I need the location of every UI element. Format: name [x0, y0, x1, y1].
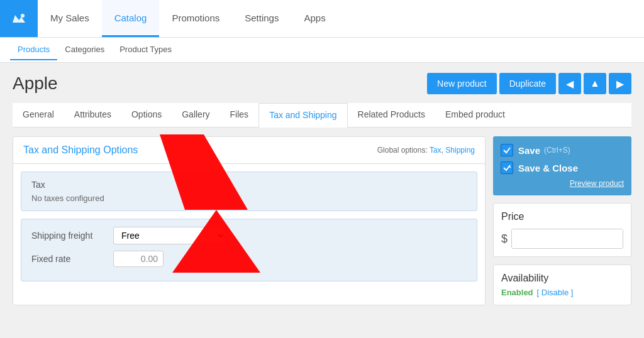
panel-title: Tax and Shipping Options: [23, 144, 138, 156]
page-title: Apple: [13, 74, 58, 94]
left-panel: Tax and Shipping Options Global options:…: [13, 136, 486, 305]
page-header: Apple New product Duplicate ◀ ▲ ▶: [13, 73, 631, 94]
right-arrow-icon: ▶: [616, 78, 624, 90]
tax-title: Tax: [31, 180, 467, 190]
sub-nav-item-products[interactable]: Products: [10, 40, 57, 60]
product-tabs: General Attributes Options Gallery Files…: [13, 103, 631, 128]
currency-symbol: $: [501, 232, 508, 246]
sub-navigation: Products Categories Product Types: [0, 38, 644, 63]
tab-tax-shipping[interactable]: Tax and Shipping: [258, 103, 347, 128]
tab-attributes[interactable]: Attributes: [64, 103, 121, 127]
global-tax-link[interactable]: Tax: [430, 146, 441, 155]
tab-options[interactable]: Options: [121, 103, 172, 127]
nav-item-apps[interactable]: Apps: [291, 0, 338, 37]
tab-related-products[interactable]: Related Products: [348, 103, 435, 127]
top-navigation: My Sales Catalog Promotions Settings App…: [0, 0, 644, 38]
shipping-freight-label: Shipping freight: [31, 231, 113, 241]
global-options: Global options: Tax, Shipping: [377, 146, 475, 155]
shipping-freight-select[interactable]: Free Fixed Calculated: [113, 227, 226, 244]
sub-nav-item-product-types[interactable]: Product Types: [112, 40, 179, 60]
fixed-rate-label: Fixed rate: [31, 254, 113, 264]
up-arrow-icon: ▲: [590, 78, 600, 89]
panel-body: Tax No taxes configured Shipping freight…: [13, 164, 485, 289]
tax-section: Tax No taxes configured: [21, 172, 477, 211]
status-enabled-label: Enabled: [501, 288, 533, 297]
save-close-button-row[interactable]: Save & Close: [501, 161, 624, 174]
content-area: Tax and Shipping Options Global options:…: [13, 128, 631, 305]
new-product-button[interactable]: New product: [427, 73, 497, 94]
sub-nav-item-categories[interactable]: Categories: [57, 40, 112, 60]
nav-item-my-sales[interactable]: My Sales: [38, 0, 102, 37]
tab-general[interactable]: General: [13, 103, 64, 127]
save-shortcut: (Ctrl+S): [544, 146, 570, 155]
nav-items-container: My Sales Catalog Promotions Settings App…: [38, 0, 338, 37]
preview-link-container: Preview product: [501, 179, 624, 188]
global-shipping-link[interactable]: Shipping: [445, 146, 475, 155]
svg-point-1: [21, 14, 25, 18]
tab-gallery[interactable]: Gallery: [172, 103, 219, 127]
save-close-label: Save & Close: [518, 163, 578, 173]
main-content: Apple New product Duplicate ◀ ▲ ▶ Genera…: [0, 63, 644, 338]
up-product-button[interactable]: ▲: [584, 73, 606, 94]
save-checkbox: [501, 144, 513, 156]
availability-status: Enabled [ Disable ]: [501, 288, 623, 297]
preview-product-link[interactable]: Preview product: [570, 179, 624, 188]
next-product-button[interactable]: ▶: [609, 73, 631, 94]
fixed-rate-input[interactable]: [113, 251, 164, 267]
availability-title: Availability: [501, 273, 623, 284]
fixed-rate-row: Fixed rate: [31, 251, 467, 267]
status-action: [ Disable ]: [537, 288, 574, 297]
save-box: Save (Ctrl+S) Save & Close Preview produ…: [493, 136, 631, 195]
price-input-wrapper: ▼: [511, 229, 623, 249]
tax-note: No taxes configured: [31, 194, 467, 203]
price-title: Price: [501, 211, 623, 222]
save-close-checkbox: [501, 161, 513, 174]
nav-item-catalog[interactable]: Catalog: [102, 0, 160, 37]
svg-rect-0: [9, 9, 29, 29]
price-box: Price $ ▼: [493, 203, 631, 257]
left-panel-header: Tax and Shipping Options Global options:…: [13, 137, 485, 164]
availability-box: Availability Enabled [ Disable ]: [493, 264, 631, 305]
header-buttons: New product Duplicate ◀ ▲ ▶: [427, 73, 631, 94]
shipping-freight-row: Shipping freight Free Fixed Calculated: [31, 227, 467, 244]
save-button-row[interactable]: Save (Ctrl+S): [501, 144, 624, 156]
tab-files[interactable]: Files: [220, 103, 259, 127]
right-sidebar: Save (Ctrl+S) Save & Close Preview produ…: [493, 136, 631, 305]
disable-link[interactable]: [ Disable ]: [537, 288, 574, 297]
nav-item-promotions[interactable]: Promotions: [159, 0, 232, 37]
duplicate-button[interactable]: Duplicate: [499, 73, 556, 94]
global-options-label: Global options:: [377, 146, 428, 155]
price-input[interactable]: [512, 229, 623, 248]
save-label: Save: [518, 145, 540, 156]
tab-embed-product[interactable]: Embed product: [435, 103, 515, 127]
prev-product-button[interactable]: ◀: [558, 73, 581, 94]
shipping-section: Shipping freight Free Fixed Calculated F…: [21, 219, 477, 281]
left-arrow-icon: ◀: [566, 78, 574, 90]
price-row: $ ▼: [501, 229, 623, 249]
app-logo[interactable]: [0, 0, 38, 37]
nav-item-settings[interactable]: Settings: [232, 0, 291, 37]
